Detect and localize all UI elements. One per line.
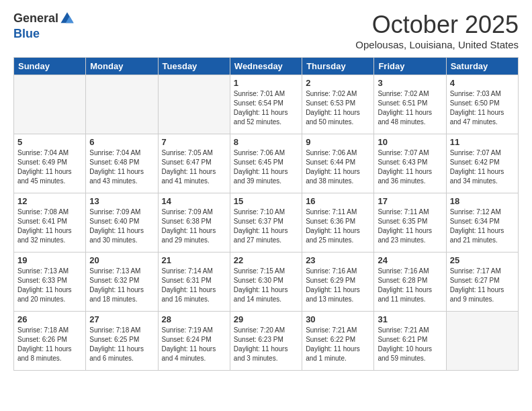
cell-info: Sunrise: 7:13 AMSunset: 6:33 PMDaylight:… — [17, 267, 82, 304]
cell-info: Sunrise: 7:06 AMSunset: 6:45 PMDaylight:… — [234, 148, 298, 186]
day-number: 12 — [17, 196, 82, 206]
day-number: 7 — [162, 137, 226, 147]
day-number: 1 — [234, 78, 298, 88]
weekday-header: Tuesday — [158, 58, 230, 75]
cell-info: Sunrise: 7:05 AMSunset: 6:47 PMDaylight:… — [162, 148, 226, 186]
day-number: 30 — [306, 314, 370, 324]
month-title: October 2025 — [355, 11, 519, 39]
weekday-header: Wednesday — [230, 58, 302, 75]
day-number: 25 — [450, 255, 515, 265]
location-subtitle: Opelousas, Louisiana, United States — [355, 39, 519, 50]
day-number: 3 — [378, 78, 442, 88]
cell-info: Sunrise: 7:03 AMSunset: 6:50 PMDaylight:… — [450, 89, 515, 127]
weekday-header: Saturday — [446, 58, 518, 75]
calendar-cell — [14, 75, 86, 134]
calendar-cell: 28Sunrise: 7:19 AMSunset: 6:24 PMDayligh… — [158, 312, 230, 371]
calendar-header-row: SundayMondayTuesdayWednesdayThursdayFrid… — [14, 58, 519, 75]
calendar-cell: 7Sunrise: 7:05 AMSunset: 6:47 PMDaylight… — [158, 134, 230, 193]
cell-info: Sunrise: 7:02 AMSunset: 6:53 PMDaylight:… — [306, 89, 370, 127]
day-number: 21 — [162, 255, 226, 265]
day-number: 29 — [234, 314, 298, 324]
title-block: October 2025 Opelousas, Louisiana, Unite… — [355, 11, 519, 50]
cell-info: Sunrise: 7:21 AMSunset: 6:21 PMDaylight:… — [378, 326, 442, 363]
day-number: 13 — [89, 196, 154, 206]
cell-info: Sunrise: 7:04 AMSunset: 6:49 PMDaylight:… — [17, 148, 82, 186]
cell-info: Sunrise: 7:07 AMSunset: 6:42 PMDaylight:… — [450, 148, 515, 186]
calendar-week-row: 19Sunrise: 7:13 AMSunset: 6:33 PMDayligh… — [14, 253, 519, 312]
calendar-cell: 24Sunrise: 7:16 AMSunset: 6:28 PMDayligh… — [374, 253, 446, 312]
calendar-cell: 14Sunrise: 7:09 AMSunset: 6:38 PMDayligh… — [158, 193, 230, 253]
calendar-cell: 19Sunrise: 7:13 AMSunset: 6:33 PMDayligh… — [14, 253, 86, 312]
logo: General Blue — [13, 11, 75, 42]
cell-info: Sunrise: 7:13 AMSunset: 6:32 PMDaylight:… — [89, 267, 154, 304]
calendar-cell: 16Sunrise: 7:11 AMSunset: 6:36 PMDayligh… — [302, 193, 374, 253]
cell-info: Sunrise: 7:08 AMSunset: 6:41 PMDaylight:… — [17, 208, 82, 245]
calendar-cell: 18Sunrise: 7:12 AMSunset: 6:34 PMDayligh… — [446, 193, 518, 253]
day-number: 20 — [89, 255, 154, 265]
day-number: 11 — [450, 137, 515, 147]
calendar-cell: 3Sunrise: 7:02 AMSunset: 6:51 PMDaylight… — [374, 75, 446, 134]
day-number: 17 — [378, 196, 442, 206]
calendar-cell: 15Sunrise: 7:10 AMSunset: 6:37 PMDayligh… — [230, 193, 302, 253]
day-number: 22 — [234, 255, 298, 265]
weekday-header: Sunday — [14, 58, 86, 75]
calendar-week-row: 12Sunrise: 7:08 AMSunset: 6:41 PMDayligh… — [14, 193, 519, 253]
calendar-week-row: 5Sunrise: 7:04 AMSunset: 6:49 PMDaylight… — [14, 134, 519, 193]
day-number: 14 — [162, 196, 226, 206]
weekday-header: Friday — [374, 58, 446, 75]
day-number: 4 — [450, 78, 515, 88]
calendar-cell: 12Sunrise: 7:08 AMSunset: 6:41 PMDayligh… — [14, 193, 86, 253]
calendar-cell: 11Sunrise: 7:07 AMSunset: 6:42 PMDayligh… — [446, 134, 518, 193]
day-number: 16 — [306, 196, 370, 206]
calendar-cell: 22Sunrise: 7:15 AMSunset: 6:30 PMDayligh… — [230, 253, 302, 312]
calendar-cell: 29Sunrise: 7:20 AMSunset: 6:23 PMDayligh… — [230, 312, 302, 371]
cell-info: Sunrise: 7:16 AMSunset: 6:29 PMDaylight:… — [306, 267, 370, 304]
calendar-week-row: 1Sunrise: 7:01 AMSunset: 6:54 PMDaylight… — [14, 75, 519, 134]
calendar-cell: 4Sunrise: 7:03 AMSunset: 6:50 PMDaylight… — [446, 75, 518, 134]
calendar-cell — [86, 75, 158, 134]
logo-blue: Blue — [13, 27, 40, 40]
day-number: 23 — [306, 255, 370, 265]
day-number: 10 — [378, 137, 442, 147]
calendar-cell: 2Sunrise: 7:02 AMSunset: 6:53 PMDaylight… — [302, 75, 374, 134]
day-number: 5 — [17, 137, 82, 147]
calendar-cell: 25Sunrise: 7:17 AMSunset: 6:27 PMDayligh… — [446, 253, 518, 312]
day-number: 9 — [306, 137, 370, 147]
calendar-cell: 27Sunrise: 7:18 AMSunset: 6:25 PMDayligh… — [86, 312, 158, 371]
day-number: 24 — [378, 255, 442, 265]
day-number: 31 — [378, 314, 442, 324]
calendar-cell: 23Sunrise: 7:16 AMSunset: 6:29 PMDayligh… — [302, 253, 374, 312]
calendar-cell — [158, 75, 230, 134]
calendar-cell: 13Sunrise: 7:09 AMSunset: 6:40 PMDayligh… — [86, 193, 158, 253]
calendar-cell: 6Sunrise: 7:04 AMSunset: 6:48 PMDaylight… — [86, 134, 158, 193]
day-number: 27 — [89, 314, 154, 324]
cell-info: Sunrise: 7:11 AMSunset: 6:36 PMDaylight:… — [306, 208, 370, 245]
logo-icon — [60, 11, 75, 26]
cell-info: Sunrise: 7:02 AMSunset: 6:51 PMDaylight:… — [378, 89, 442, 127]
cell-info: Sunrise: 7:12 AMSunset: 6:34 PMDaylight:… — [450, 208, 515, 245]
header: General Blue October 2025 Opelousas, Lou… — [13, 11, 519, 50]
calendar-cell: 26Sunrise: 7:18 AMSunset: 6:26 PMDayligh… — [14, 312, 86, 371]
cell-info: Sunrise: 7:09 AMSunset: 6:38 PMDaylight:… — [162, 208, 226, 245]
calendar-week-row: 26Sunrise: 7:18 AMSunset: 6:26 PMDayligh… — [14, 312, 519, 371]
cell-info: Sunrise: 7:01 AMSunset: 6:54 PMDaylight:… — [234, 89, 298, 127]
calendar-cell: 17Sunrise: 7:11 AMSunset: 6:35 PMDayligh… — [374, 193, 446, 253]
cell-info: Sunrise: 7:15 AMSunset: 6:30 PMDaylight:… — [234, 267, 298, 304]
cell-info: Sunrise: 7:16 AMSunset: 6:28 PMDaylight:… — [378, 267, 442, 304]
weekday-header: Thursday — [302, 58, 374, 75]
calendar-cell: 31Sunrise: 7:21 AMSunset: 6:21 PMDayligh… — [374, 312, 446, 371]
day-number: 8 — [234, 137, 298, 147]
cell-info: Sunrise: 7:18 AMSunset: 6:26 PMDaylight:… — [17, 326, 82, 363]
cell-info: Sunrise: 7:10 AMSunset: 6:37 PMDaylight:… — [234, 208, 298, 245]
cell-info: Sunrise: 7:20 AMSunset: 6:23 PMDaylight:… — [234, 326, 298, 363]
cell-info: Sunrise: 7:07 AMSunset: 6:43 PMDaylight:… — [378, 148, 442, 186]
weekday-header: Monday — [86, 58, 158, 75]
calendar-cell: 1Sunrise: 7:01 AMSunset: 6:54 PMDaylight… — [230, 75, 302, 134]
day-number: 2 — [306, 78, 370, 88]
calendar-cell: 5Sunrise: 7:04 AMSunset: 6:49 PMDaylight… — [14, 134, 86, 193]
day-number: 26 — [17, 314, 82, 324]
calendar-cell: 21Sunrise: 7:14 AMSunset: 6:31 PMDayligh… — [158, 253, 230, 312]
calendar-cell: 10Sunrise: 7:07 AMSunset: 6:43 PMDayligh… — [374, 134, 446, 193]
page-container: General Blue October 2025 Opelousas, Lou… — [0, 0, 532, 377]
cell-info: Sunrise: 7:06 AMSunset: 6:44 PMDaylight:… — [306, 148, 370, 186]
